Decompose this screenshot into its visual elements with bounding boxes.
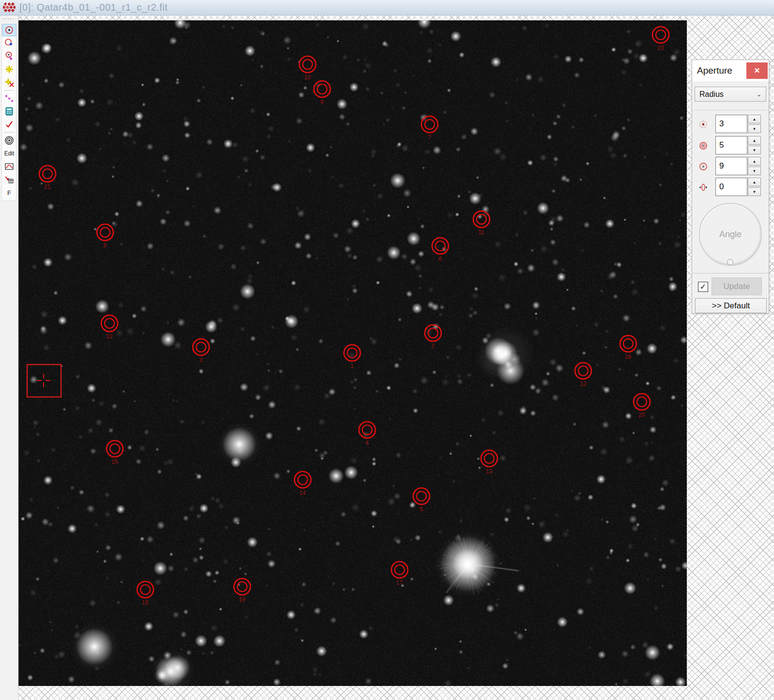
- star-mark-button[interactable]: [2, 63, 16, 76]
- spin-down-button[interactable]: ▼: [748, 187, 761, 196]
- star-marker[interactable]: 7: [421, 116, 438, 141]
- outer-radius-spinner: ▲ ▼: [748, 157, 761, 175]
- star-marker-label: 11: [479, 229, 485, 236]
- star-marker[interactable]: 22: [101, 315, 118, 340]
- star-marker-label: 8: [104, 242, 107, 249]
- aperture-select-button[interactable]: [2, 24, 16, 36]
- star-marker[interactable]: 4: [359, 422, 375, 446]
- marker-overlay[interactable]: 1234567891011121314151617181920212223: [19, 20, 687, 686]
- star-marker[interactable]: 10: [299, 56, 316, 81]
- star-marker[interactable]: 18: [137, 581, 154, 606]
- star-marker[interactable]: 15: [107, 441, 123, 465]
- panel-divider: [692, 110, 769, 110]
- star-yellow-icon: [4, 64, 14, 74]
- star-marker-label: 10: [304, 74, 311, 81]
- calculator-icon: [4, 107, 14, 116]
- star-marker-label: 22: [106, 333, 113, 340]
- star-marker[interactable]: 3: [193, 339, 209, 364]
- target-rings-icon: [4, 136, 14, 145]
- inner-radius-row: ▲ ▼: [692, 115, 769, 134]
- toolbar-grip[interactable]: [3, 17, 15, 21]
- angle-dial[interactable]: Angle: [699, 203, 762, 266]
- star-remove-icon: [4, 77, 14, 87]
- spin-down-button[interactable]: ▼: [748, 146, 761, 154]
- spin-down-button[interactable]: ▼: [748, 124, 761, 133]
- star-marker-label: 16: [625, 353, 632, 360]
- profile-chart-button[interactable]: [2, 160, 16, 173]
- angle-dial-knob[interactable]: [727, 259, 733, 265]
- aperture-panel-title: Aperture: [697, 65, 732, 76]
- star-marker[interactable]: 5: [413, 488, 430, 513]
- aperture-panel-header: Aperture ✕: [692, 60, 769, 81]
- star-marker-label: 6: [439, 256, 442, 262]
- star-remove-button[interactable]: [2, 76, 16, 89]
- close-icon[interactable]: ✕: [746, 62, 768, 79]
- update-checkbox[interactable]: ✓: [698, 282, 708, 292]
- toolbar-card: Edit F: [1, 22, 16, 201]
- selection-box[interactable]: [27, 365, 61, 397]
- star-marker[interactable]: 11: [473, 211, 490, 236]
- window-title: [0]: Qatar4b_01_-001_r1_c_r2.fit: [19, 2, 168, 13]
- star-marker[interactable]: 21: [39, 166, 56, 190]
- star-marker-label: 2: [432, 343, 435, 350]
- middle-radius-input[interactable]: [715, 136, 747, 154]
- star-marker[interactable]: 2: [425, 325, 441, 350]
- star-marker-label: 4: [366, 440, 369, 446]
- star-marker-label: 18: [142, 599, 149, 606]
- frame-f-button[interactable]: F: [2, 186, 16, 199]
- star-marker[interactable]: 14: [294, 472, 311, 496]
- star-marker[interactable]: 23: [652, 27, 669, 51]
- star-marker[interactable]: 6: [432, 238, 449, 262]
- chevron-down-icon: ⌄: [757, 91, 761, 98]
- star-marker[interactable]: 16: [620, 335, 636, 360]
- app-logo-icon: [3, 1, 15, 14]
- star-marker[interactable]: 17: [391, 562, 408, 586]
- spin-up-button[interactable]: ▲: [748, 178, 761, 186]
- multi-cross-button[interactable]: [2, 92, 16, 105]
- star-marker-label: 7: [428, 134, 432, 141]
- update-button[interactable]: Update: [712, 277, 762, 295]
- star-marker[interactable]: 1: [344, 345, 360, 369]
- default-button[interactable]: >> Default: [695, 298, 767, 313]
- spin-down-button[interactable]: ▼: [748, 167, 761, 175]
- star-marker[interactable]: 20: [634, 394, 650, 418]
- star-marker-label: 17: [396, 579, 403, 586]
- star-marker[interactable]: 12: [575, 363, 591, 387]
- star-marker[interactable]: 13: [481, 450, 497, 475]
- star-marker-label: 9: [321, 99, 324, 106]
- multi-cross-icon: [4, 93, 14, 103]
- target-rings-button[interactable]: [2, 134, 16, 147]
- ellipticity-input[interactable]: [715, 178, 747, 196]
- export-table-button[interactable]: [2, 173, 16, 186]
- check-accept-button[interactable]: [2, 118, 16, 131]
- spin-up-button[interactable]: ▲: [748, 136, 761, 145]
- star-marker[interactable]: 8: [97, 224, 113, 249]
- inner-radius-input[interactable]: [715, 115, 747, 133]
- circle-star-button[interactable]: [2, 37, 16, 49]
- star-marker[interactable]: 19: [234, 578, 250, 603]
- star-marker[interactable]: 9: [314, 81, 330, 106]
- star-marker-label: 23: [657, 45, 664, 51]
- spin-up-button[interactable]: ▲: [748, 157, 761, 166]
- calculator-button[interactable]: [2, 105, 16, 118]
- circle-arrow-button[interactable]: [2, 50, 16, 62]
- spin-up-button[interactable]: ▲: [748, 115, 761, 123]
- aperture-inner-radius-icon: [699, 120, 708, 129]
- aperture-panel: Aperture ✕ Radius ⌄ ▲ ▼ ▲ ▼: [692, 60, 769, 314]
- aperture-middle-radius-icon: [699, 141, 708, 150]
- star-marker-label: 1: [351, 363, 354, 369]
- outer-radius-row: ▲ ▼: [692, 157, 769, 176]
- star-marker-label: 14: [299, 489, 306, 496]
- mode-select[interactable]: Radius ⌄: [695, 87, 766, 102]
- aperture-outer-radius-icon: [699, 162, 708, 171]
- aperture-ellipticity-icon: [699, 183, 708, 192]
- toolbar-separator: [4, 132, 14, 133]
- star-marker-label: 3: [200, 357, 203, 364]
- fits-image-viewport[interactable]: 1234567891011121314151617181920212223: [18, 20, 687, 686]
- edit-button[interactable]: Edit: [2, 147, 16, 160]
- outer-radius-input[interactable]: [715, 157, 747, 175]
- middle-radius-row: ▲ ▼: [692, 136, 769, 155]
- mode-select-value: Radius: [699, 90, 724, 99]
- ellipticity-row: ▲ ▼: [692, 178, 769, 197]
- aperture-circle-icon: [4, 25, 14, 35]
